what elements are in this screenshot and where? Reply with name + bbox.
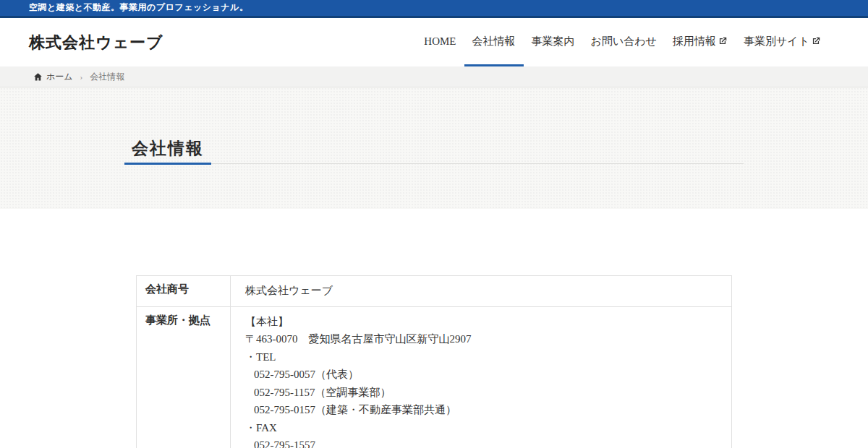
page-title-band: 会社情報 [0, 87, 868, 209]
nav-item-label: お問い合わせ [591, 35, 657, 48]
cell-line-head-office: 【本社】 [245, 313, 717, 331]
nav-item-label: 採用情報 [673, 35, 716, 48]
main-content: 会社商号 株式会社ウェーブ 事業所・拠点 【本社】 〒463-0070 愛知県名… [0, 209, 868, 448]
chevron-right-icon: › [80, 72, 83, 81]
top-tagline-bar: 空調と建築と不動産。事業用のプロフェッショナル。 [0, 0, 868, 18]
site-logo-text[interactable]: 株式会社ウェーブ [29, 32, 163, 53]
nav-item-company-info[interactable]: 会社情報 [464, 18, 524, 66]
company-table-wrap: 会社商号 株式会社ウェーブ 事業所・拠点 【本社】 〒463-0070 愛知県名… [124, 275, 744, 448]
row-header-offices: 事業所・拠点 [137, 306, 231, 448]
breadcrumb-current: 会社情報 [90, 71, 124, 83]
nav-item-business-sites[interactable]: 事業別サイト [736, 18, 829, 66]
main-nav: HOME 会社情報 事業案内 お問い合わせ 採用情報 事業別サイト [416, 18, 829, 66]
nav-item-label: HOME [424, 35, 456, 48]
nav-item-home[interactable]: HOME [416, 18, 464, 66]
home-icon [33, 72, 43, 82]
external-link-icon [811, 36, 821, 46]
site-tagline: 空調と建築と不動産。事業用のプロフェッショナル。 [29, 3, 248, 13]
nav-item-label: 会社情報 [472, 35, 516, 48]
cell-line-fax-number: 052-795-1557 [245, 436, 717, 448]
table-row-company-name: 会社商号 株式会社ウェーブ [137, 276, 732, 307]
company-info-table: 会社商号 株式会社ウェーブ 事業所・拠点 【本社】 〒463-0070 愛知県名… [136, 275, 732, 448]
row-header-company-name: 会社商号 [137, 276, 231, 307]
nav-item-label: 事業別サイト [744, 35, 809, 48]
cell-line-fax-label: ・FAX [245, 419, 717, 437]
cell-line-address: 〒463-0070 愛知県名古屋市守山区新守山2907 [245, 330, 717, 348]
row-value-offices: 【本社】 〒463-0070 愛知県名古屋市守山区新守山2907 ・TEL 05… [231, 306, 732, 448]
nav-item-recruit[interactable]: 採用情報 [665, 18, 736, 66]
nav-item-label: 事業案内 [532, 35, 575, 48]
cell-line-tel-hvac: 052-795-1157（空調事業部） [245, 384, 717, 402]
table-row-offices: 事業所・拠点 【本社】 〒463-0070 愛知県名古屋市守山区新守山2907 … [137, 306, 732, 448]
cell-line-tel-construction: 052-795-0157（建築・不動産事業部共通） [245, 401, 717, 419]
row-value-company-name: 株式会社ウェーブ [231, 276, 732, 307]
external-link-icon [718, 36, 728, 46]
cell-line-tel-main: 052-795-0057（代表） [245, 366, 717, 384]
breadcrumb-home-label: ホーム [46, 71, 73, 83]
site-header: 株式会社ウェーブ HOME 会社情報 事業案内 お問い合わせ 採用情報 事業別サ… [0, 18, 868, 66]
breadcrumb-home-link[interactable]: ホーム [33, 71, 73, 83]
nav-item-contact[interactable]: お問い合わせ [583, 18, 665, 66]
page-title: 会社情報 [124, 138, 211, 165]
nav-item-business-guide[interactable]: 事業案内 [524, 18, 583, 66]
breadcrumb: ホーム › 会社情報 [0, 66, 868, 87]
page-title-underline: 会社情報 [124, 138, 744, 164]
cell-line: 株式会社ウェーブ [245, 282, 717, 300]
cell-line-tel-label: ・TEL [245, 348, 717, 366]
